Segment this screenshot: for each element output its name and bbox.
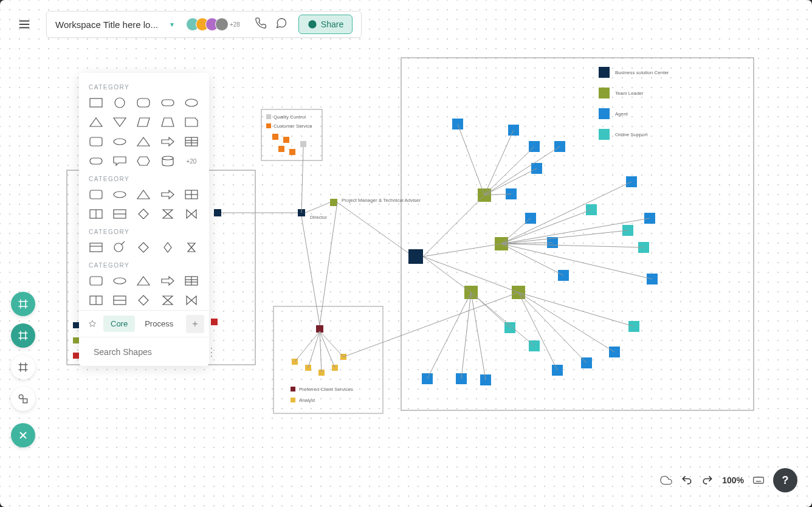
shape-tri-down[interactable] [112,116,127,128]
shape-capsule[interactable] [89,155,103,167]
shape-roundrect[interactable] [89,136,103,148]
shape-rect[interactable] [89,97,103,109]
chat-icon[interactable] [275,17,287,32]
zoom-level[interactable]: 100% [722,475,744,485]
shape-tri2[interactable] [136,188,151,201]
svg-marker-28 [162,118,174,126]
shape-hourglass2[interactable] [184,241,199,254]
tab-process[interactable]: Process [137,316,181,332]
frame-tool-3[interactable] [11,355,35,379]
category-header: CATEGORY [89,84,199,91]
shape-table2[interactable] [184,188,199,201]
legend-analyst: Analyst [299,398,315,403]
shape-page[interactable] [184,116,199,128]
svg-marker-26 [114,118,126,126]
shape-tri-up[interactable] [89,116,103,128]
help-button[interactable]: ? [773,468,797,492]
svg-rect-117 [599,108,610,119]
svg-marker-74 [163,296,173,305]
add-tab-button[interactable]: + [186,315,204,333]
shape-bowtie[interactable] [184,208,199,220]
shape-circle[interactable] [112,97,127,109]
keyboard-icon[interactable] [752,474,765,486]
shape-trapezoid[interactable] [160,116,175,128]
svg-marker-42 [137,190,150,199]
svg-rect-78 [73,322,79,328]
redo-button[interactable] [701,474,714,486]
shapes-tool[interactable] [11,387,35,411]
shape-oval3[interactable] [112,275,127,287]
svg-line-113 [320,331,343,357]
svg-marker-60 [188,243,195,252]
shape-tbl3[interactable] [89,241,103,254]
shape-arrow[interactable] [160,136,175,148]
shape-hourglass[interactable] [160,208,175,220]
workspace-selector[interactable]: Workspace Title here lo... ▼ +28 Share [46,11,362,38]
shape-hourglass3[interactable] [160,294,175,306]
search-input[interactable] [94,347,200,357]
shape-tri[interactable] [136,136,151,148]
svg-rect-17 [23,399,27,403]
svg-point-21 [115,98,125,108]
legend-quality: Quality Control [274,114,306,120]
shape-hexagon[interactable] [136,155,151,167]
shape-cylinder[interactable] [160,155,175,167]
share-button[interactable]: Share [298,15,353,34]
shape-diamond3[interactable] [160,241,175,254]
svg-rect-85 [266,123,271,128]
svg-line-148 [423,195,484,257]
shape-rrect2[interactable] [89,275,103,287]
legend-main-2: Agent [615,111,628,117]
shape-table[interactable] [184,136,199,148]
call-icon[interactable] [255,17,267,32]
shape-tbl[interactable] [89,208,103,220]
frame-tool-2[interactable] [11,323,35,348]
shape-ellipse[interactable] [184,97,199,109]
close-panel-button[interactable] [11,423,35,447]
shape-tbl5[interactable] [112,294,127,306]
svg-rect-94 [274,306,383,413]
shape-tri3[interactable] [136,275,151,287]
topbar: Workspace Title here lo... ▼ +28 Share [11,11,362,38]
tab-core[interactable]: Core [103,316,135,332]
menu-button[interactable] [11,11,38,38]
frame-tool-1[interactable] [11,292,35,316]
pin-icon[interactable] [84,320,101,328]
shape-diamond2[interactable] [136,241,151,254]
shape-parallelogram[interactable] [136,116,151,128]
shape-tbl2[interactable] [112,208,127,220]
svg-point-39 [162,156,173,160]
shape-diamond4[interactable] [136,294,151,306]
more-shapes[interactable]: +20 [184,155,199,167]
cloud-sync-icon[interactable] [660,474,672,486]
collaborator-avatars[interactable]: +28 [186,18,240,31]
shape-arrow2[interactable] [160,188,175,201]
shape-oval[interactable] [112,136,127,148]
svg-rect-93 [330,199,337,206]
svg-line-149 [423,244,501,257]
category-header: CATEGORY [89,229,199,235]
shape-tbl4[interactable] [89,294,103,306]
svg-rect-118 [599,129,610,140]
svg-rect-119 [408,249,423,264]
shape-rounded[interactable] [136,97,151,109]
svg-rect-20 [90,98,102,107]
shape-table3[interactable] [184,275,199,287]
svg-rect-79 [73,337,79,343]
shape-pin[interactable] [112,241,127,254]
kebab-icon[interactable]: ⋮ [206,345,216,359]
shape-bowtie2[interactable] [184,294,199,306]
shape-oval2[interactable] [112,188,127,201]
shape-rrect[interactable] [89,188,103,201]
svg-marker-43 [162,190,174,199]
svg-marker-38 [137,157,150,165]
shape-pill[interactable] [160,97,175,109]
svg-line-158 [501,218,531,244]
undo-button[interactable] [681,474,693,486]
shape-speech[interactable] [112,155,127,167]
svg-line-175 [518,292,634,326]
svg-point-24 [185,99,198,106]
svg-rect-22 [137,98,150,107]
shape-diamond[interactable] [136,208,151,220]
shape-arrow3[interactable] [160,275,175,287]
